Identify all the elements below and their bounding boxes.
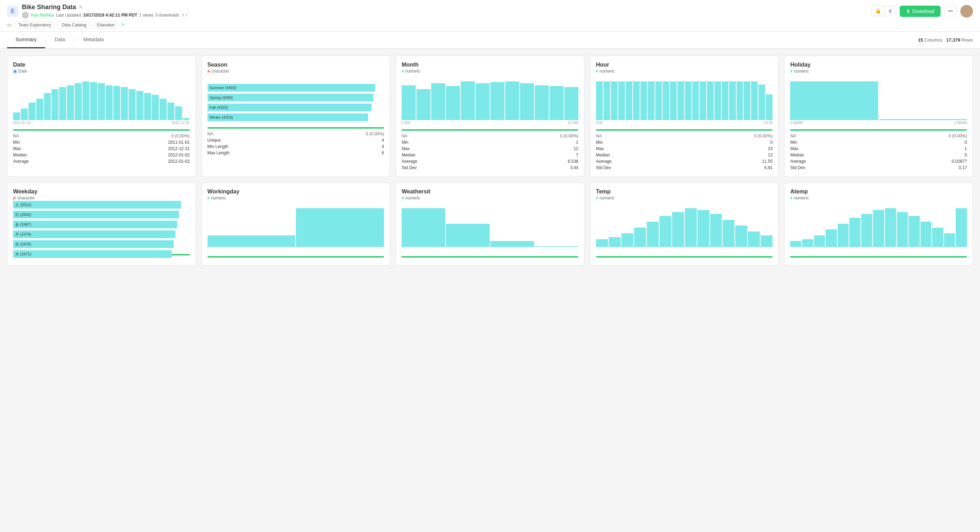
bar [106,85,113,120]
bar [921,221,932,247]
bar [790,241,802,247]
edit-icon[interactable]: ✎ [79,5,83,10]
stat-value: 2012-12-31 [88,145,190,152]
chart-area: 0.00000 1.00000 [790,78,967,127]
category-row: 日 (2502) [13,211,190,218]
bar [722,81,729,120]
axis-min: 1.000 [402,121,410,125]
stat-label: Average [13,158,88,164]
tag-data-catalog[interactable]: Data Catalog [58,21,90,29]
stat-row: Std Dev 6.91 [596,164,773,171]
type-label: numeric [211,196,226,201]
progress-bar [402,256,578,258]
bar [879,119,967,120]
stat-label: Median [790,152,872,158]
bar [520,83,534,120]
bar [678,81,684,120]
edit-tags-link[interactable]: ✎ [121,22,125,27]
stat-value: 6 [304,150,384,156]
bar [932,228,943,247]
num-type-icon: # [207,196,210,200]
date-type-icon: ▣ [13,69,17,73]
tab-metadata[interactable]: Metadata [75,32,112,48]
bar [296,208,384,247]
tab-summary[interactable]: Summary [7,32,45,48]
stats-table: NA 0 (0.00%) Min 0 Max 1 Median 0 Averag… [790,133,967,171]
stat-label: Average [596,158,678,164]
bar [446,224,490,247]
like-button[interactable]: 👍 0 [871,6,896,16]
stat-value: 11.55 [678,158,773,164]
chart-bars [13,78,190,120]
stat-label: Std Dev [790,164,872,171]
bar [885,208,896,247]
stat-label: Max [402,145,483,152]
stat-label: Max Length [207,150,304,156]
card-date: Date ▣ Date 2011-01-01 2012-12-31 NA 0 (… [7,56,196,177]
more-options-button[interactable]: ••• [944,6,957,16]
stat-value: 23 [678,145,773,152]
author-name[interactable]: Kan Nishida [31,13,54,18]
num-type-icon: # [790,69,792,73]
bar [722,220,735,247]
bar [707,81,714,120]
download-button[interactable]: ⬇ Download [900,6,940,17]
stat-row: Average 11.55 [596,158,773,164]
stats-table: NA 0 (0.00%) Unique 4 Min Length 4 Max L… [207,131,384,156]
axis-max: 23.00 [764,121,773,125]
stat-row: Max 1 [790,145,967,152]
stat-value: 3.44 [483,164,578,171]
category-bar: 木 (2471) [13,250,172,258]
category-row: Winter (4253) [207,113,384,121]
axis-min: 0.00000 [790,121,803,125]
bar [700,81,706,120]
bar [144,93,151,120]
stats-table: NA 0 (0.00%) Min 2011-01-01 Max 2012-12-… [13,133,190,164]
user-avatar[interactable] [960,5,973,18]
bar [760,235,773,247]
category-row: 土 (2512) [13,201,190,209]
bar [183,118,190,120]
stat-value: 6.91 [678,164,773,171]
card-subtitle: # numeric [790,196,967,201]
bar [710,214,722,247]
card-subtitle: # numeric [596,69,773,73]
tag-team-exploratory[interactable]: Team Exploratory [14,21,55,29]
stat-value: 0 (0.00%) [483,133,578,139]
card-subtitle: # numeric [207,196,384,201]
progress-bar [790,129,967,131]
card-atemp: Atemp # numeric [784,183,973,266]
stat-label: NA [13,133,88,139]
axis-max: 12.000 [568,121,578,125]
bar [826,229,837,247]
stat-row: Average 6.538 [402,158,578,164]
card-title: Season [207,62,384,68]
chart-area [402,205,578,254]
tag-edasalon[interactable]: Edasalon [93,21,118,29]
bar [175,107,182,120]
thumbs-up-icon[interactable]: 👍 [872,6,885,16]
card-month: Month # numeric 1.000 12.000 NA 0 (0.00%… [396,56,584,177]
stat-value: 4 [304,137,384,143]
card-subtitle: # numeric [790,69,967,73]
stat-row: Unique 4 [207,137,384,143]
char-type-icon: A [13,196,16,200]
main-content: Date ▣ Date 2011-01-01 2012-12-31 NA 0 (… [0,49,980,273]
bar [908,216,920,247]
download-label: Download [912,8,934,14]
tab-data[interactable]: Data [46,32,74,48]
card-title: Holiday [790,62,967,68]
bar [90,82,97,120]
bar [51,89,59,120]
stat-row: Min 2011-01-01 [13,139,190,145]
stat-value: 0 (0.00%) [678,133,773,139]
stat-row: Min 0 [790,139,967,145]
stat-label: NA [402,133,483,139]
bar [670,81,677,120]
bar [647,221,659,247]
card-subtitle: # numeric [596,196,773,201]
bar [655,81,662,120]
chart-area: 1.000 12.000 [402,78,578,127]
bar [36,99,43,120]
bar [21,108,28,120]
